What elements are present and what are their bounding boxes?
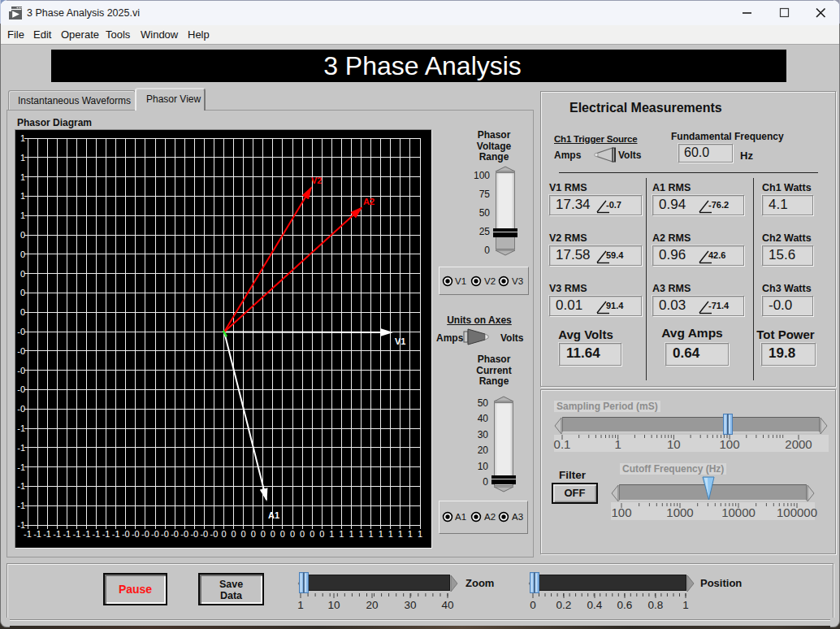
svg-text:1: 1 — [388, 529, 393, 539]
svg-text:1: 1 — [379, 529, 383, 539]
svg-text:-1: -1 — [24, 529, 32, 539]
svg-text:0: 0 — [232, 529, 236, 539]
svg-text:-0: -0 — [151, 529, 159, 539]
svg-text:-0: -0 — [17, 366, 25, 375]
svg-text:A2: A2 — [363, 197, 375, 206]
svg-text:-1: -1 — [17, 462, 25, 472]
svg-text:0: 0 — [290, 529, 295, 539]
svg-text:0: 0 — [319, 529, 324, 539]
svg-text:-1: -1 — [73, 529, 81, 539]
svg-text:-1: -1 — [43, 529, 51, 539]
svg-text:-71.4: -71.4 — [708, 301, 730, 310]
svg-text:1: 1 — [339, 529, 344, 539]
svg-text:1: 1 — [358, 529, 363, 539]
svg-text:0: 0 — [20, 307, 25, 317]
svg-text:1: 1 — [20, 133, 25, 143]
svg-text:-0: -0 — [17, 346, 25, 356]
svg-text:42.6: 42.6 — [708, 250, 725, 260]
svg-text:0: 0 — [271, 529, 275, 539]
svg-text:91.4: 91.4 — [606, 301, 624, 310]
svg-text:V2: V2 — [311, 176, 322, 185]
svg-text:-1: -1 — [93, 529, 101, 539]
svg-text:0: 0 — [221, 529, 226, 539]
svg-text:A1: A1 — [268, 510, 279, 520]
svg-text:-1: -1 — [53, 529, 61, 539]
svg-text:59.4: 59.4 — [606, 250, 624, 260]
svg-text:0: 0 — [20, 249, 25, 259]
svg-text:0: 0 — [261, 529, 266, 539]
svg-text:-0: -0 — [161, 529, 169, 539]
svg-text:-0: -0 — [190, 529, 198, 539]
svg-text:1: 1 — [20, 172, 25, 182]
svg-text:-1: -1 — [83, 529, 91, 539]
svg-text:1: 1 — [398, 529, 403, 539]
svg-text:-1: -1 — [17, 481, 25, 491]
svg-text:-76.2: -76.2 — [708, 200, 729, 210]
svg-text:0: 0 — [251, 529, 256, 539]
svg-text:1: 1 — [20, 191, 25, 201]
svg-text:-1: -1 — [102, 529, 110, 539]
svg-text:-0.7: -0.7 — [606, 200, 621, 210]
svg-text:-1: -1 — [17, 423, 25, 433]
svg-text:0: 0 — [20, 230, 25, 240]
svg-text:1: 1 — [329, 529, 334, 539]
svg-text:1: 1 — [349, 529, 353, 539]
svg-text:0: 0 — [300, 529, 305, 539]
svg-text:0: 0 — [280, 529, 285, 539]
svg-text:0: 0 — [20, 288, 25, 297]
svg-text:1: 1 — [408, 529, 413, 539]
svg-text:-1: -1 — [33, 529, 41, 539]
svg-text:-1: -1 — [63, 529, 71, 539]
svg-text:-0: -0 — [210, 529, 219, 539]
svg-text:1: 1 — [20, 153, 25, 163]
svg-text:V1: V1 — [395, 336, 405, 346]
svg-text:-1: -1 — [17, 443, 25, 453]
svg-text:-0: -0 — [141, 529, 149, 539]
svg-text:-0: -0 — [171, 529, 179, 539]
svg-text:1: 1 — [20, 210, 25, 220]
svg-text:-0: -0 — [200, 529, 208, 539]
svg-text:-0: -0 — [17, 384, 25, 394]
svg-text:0: 0 — [310, 529, 314, 539]
svg-text:-1: -1 — [112, 529, 120, 539]
svg-text:-0: -0 — [17, 404, 25, 414]
svg-text:-0: -0 — [180, 529, 188, 539]
svg-text:1: 1 — [369, 529, 374, 539]
svg-text:0: 0 — [20, 269, 25, 279]
svg-text:0: 0 — [241, 529, 246, 539]
svg-text:-0: -0 — [17, 327, 25, 336]
svg-text:-0: -0 — [132, 529, 140, 539]
svg-text:-0: -0 — [122, 529, 130, 539]
svg-text:1: 1 — [418, 529, 422, 539]
